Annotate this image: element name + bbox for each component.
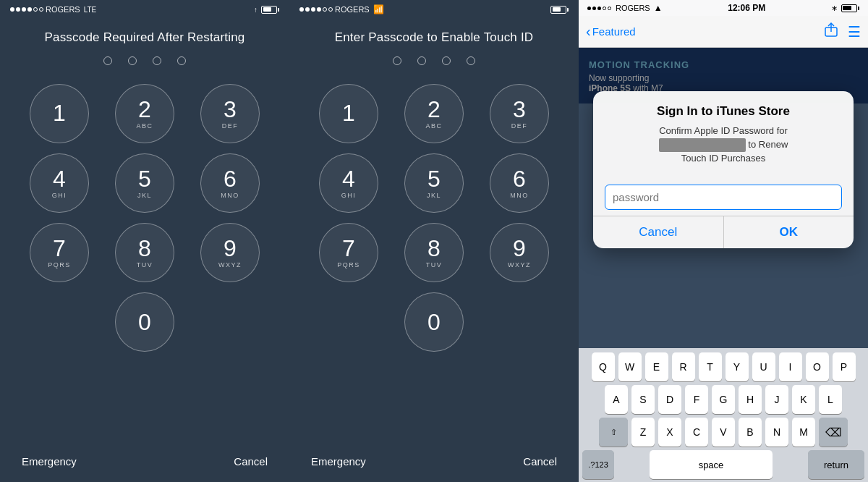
app-content: MOTION TRACKING Now supporting iPhone 5S…	[579, 48, 868, 348]
dot2-6	[328, 7, 333, 12]
list-icon[interactable]: ☰	[848, 23, 861, 41]
dot6	[39, 7, 43, 12]
key-a[interactable]: A	[605, 385, 628, 414]
dot2-4	[317, 7, 321, 12]
share-icon[interactable]	[825, 22, 838, 41]
key-l[interactable]: L	[819, 385, 842, 414]
app-dot5	[608, 7, 611, 10]
dot5	[33, 7, 38, 12]
bottom-bar-1: Emergency Cancel	[0, 455, 289, 468]
passcode-dots-2	[393, 56, 475, 65]
key-t[interactable]: T	[699, 352, 722, 381]
space-key[interactable]: space	[650, 450, 773, 479]
key-4[interactable]: 4GHI	[30, 153, 89, 213]
arrow-icon-1: ↑	[254, 6, 258, 14]
dot-2-2	[417, 56, 426, 65]
app-nav-bar: ‹ Featured ☰	[579, 16, 868, 48]
app-dot4	[603, 7, 606, 10]
back-chevron-icon: ‹	[586, 23, 591, 40]
key-7[interactable]: 7PQRS	[30, 223, 89, 282]
app-dot3	[597, 7, 601, 10]
key-3[interactable]: 3DEF	[200, 84, 260, 143]
key-y[interactable]: Y	[726, 352, 749, 381]
battery-icon-2	[550, 6, 569, 14]
key-h[interactable]: H	[739, 385, 762, 414]
dot-2-3	[442, 56, 451, 65]
key-m[interactable]: M	[792, 418, 815, 447]
key-o[interactable]: O	[806, 352, 829, 381]
key-f[interactable]: F	[685, 385, 708, 414]
key2-8[interactable]: 8TUV	[404, 223, 464, 282]
key-x[interactable]: X	[658, 418, 681, 447]
panel-itunes: ROGERS ▲ 12:06 PM ∗ ‹ Featured	[579, 0, 868, 482]
emergency-btn-2[interactable]: Emergency	[311, 455, 366, 468]
dot2-2	[305, 7, 310, 12]
num-key[interactable]: .?123	[582, 450, 614, 479]
key2-1[interactable]: 1	[319, 84, 378, 143]
return-key[interactable]: return	[808, 450, 864, 479]
key-z[interactable]: Z	[631, 418, 655, 447]
key-s[interactable]: S	[631, 385, 655, 414]
key2-3[interactable]: 3DEF	[490, 84, 549, 143]
dialog-cancel-btn[interactable]: Cancel	[593, 216, 724, 248]
key2-7[interactable]: 7PQRS	[319, 223, 378, 282]
key-n[interactable]: N	[765, 418, 788, 447]
key-u[interactable]: U	[752, 352, 775, 381]
delete-key[interactable]: ⌫	[819, 418, 848, 447]
key-9[interactable]: 9WXYZ	[200, 223, 260, 282]
key-1[interactable]: 1	[30, 84, 89, 143]
emergency-btn-1[interactable]: Emergency	[22, 455, 77, 468]
app-dot1	[587, 7, 591, 10]
key-b[interactable]: B	[739, 418, 762, 447]
key-p[interactable]: P	[833, 352, 856, 381]
kb-bottom-row: .?123 space return	[581, 450, 866, 479]
key2-2[interactable]: 2ABC	[404, 84, 464, 143]
bottom-bar-2: Emergency Cancel	[289, 455, 579, 468]
cancel-btn-1[interactable]: Cancel	[234, 455, 268, 468]
key2-9[interactable]: 9WXYZ	[490, 223, 549, 282]
key-d[interactable]: D	[658, 385, 681, 414]
key2-0[interactable]: 0	[404, 292, 464, 352]
dot3	[22, 7, 26, 12]
app-time: 12:06 PM	[728, 3, 765, 13]
signal-dots-1	[10, 7, 43, 12]
key-5[interactable]: 5JKL	[115, 153, 174, 213]
app-status-bar: ROGERS ▲ 12:06 PM ∗	[579, 0, 868, 16]
key2-5[interactable]: 5JKL	[404, 153, 464, 213]
key-c[interactable]: C	[685, 418, 708, 447]
shift-key[interactable]: ⇧	[599, 418, 628, 447]
password-input[interactable]	[605, 185, 842, 210]
key-j[interactable]: J	[765, 385, 788, 414]
key-g[interactable]: G	[712, 385, 735, 414]
key-2[interactable]: 2ABC	[115, 84, 174, 143]
status-bar-2: ROGERS 📶	[289, 0, 579, 17]
key-i[interactable]: I	[779, 352, 802, 381]
key2-4[interactable]: 4GHI	[319, 153, 378, 213]
dialog-ok-btn[interactable]: OK	[724, 216, 854, 248]
app-status-right: ∗	[831, 4, 859, 13]
key-e[interactable]: E	[645, 352, 668, 381]
key-w[interactable]: W	[618, 352, 642, 381]
app-wifi-icon: ▲	[654, 3, 663, 13]
dot2-1	[299, 7, 304, 12]
back-button[interactable]: ‹ Featured	[586, 23, 636, 40]
app-status-left: ROGERS ▲	[587, 3, 663, 13]
keyboard: Q W E R T Y U I O P A S D F G H J K L ⇧ …	[579, 348, 868, 482]
key-6[interactable]: 6MNO	[200, 153, 260, 213]
dialog-body: Sign In to iTunes Store Confirm Apple ID…	[593, 91, 854, 176]
panel-passcode-required: ROGERS LTE ↑ Passcode Required After Res…	[0, 0, 289, 482]
status-left-2: ROGERS 📶	[299, 4, 384, 14]
kb-row-3: ⇧ Z X C V B N M ⌫	[581, 418, 866, 447]
network-1: LTE	[84, 6, 97, 14]
key-k[interactable]: K	[792, 385, 815, 414]
key-q[interactable]: Q	[592, 352, 615, 381]
key-0[interactable]: 0	[115, 292, 174, 352]
app-signal-dots	[587, 7, 611, 10]
key2-6[interactable]: 6MNO	[490, 153, 549, 213]
key-8[interactable]: 8TUV	[115, 223, 174, 282]
passcode-title-1: Passcode Required After Restarting	[22, 30, 266, 45]
cancel-btn-2[interactable]: Cancel	[523, 455, 557, 468]
key-r[interactable]: R	[672, 352, 695, 381]
wifi-icon-2: 📶	[373, 4, 384, 14]
key-v[interactable]: V	[712, 418, 735, 447]
